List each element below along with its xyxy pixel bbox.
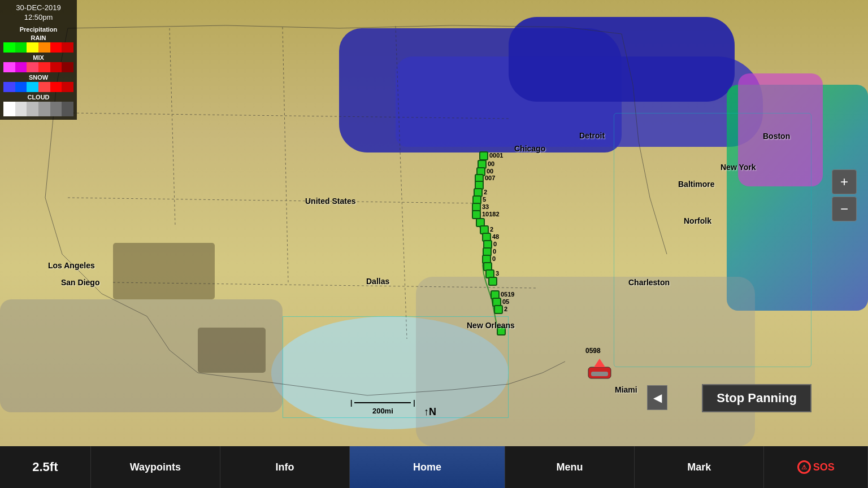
route-marker: [488, 277, 497, 286]
route-marker: [494, 305, 503, 314]
route-num: 0001: [489, 152, 503, 159]
rain-label: RAIN: [3, 34, 73, 41]
bottom-toolbar: 2.5ft Waypoints Info Home Menu Mark ⚠ SO…: [0, 446, 868, 488]
time: 12:50pm: [24, 13, 53, 21]
sos-circle: ⚠: [797, 460, 811, 474]
route-num: 10182: [482, 211, 500, 217]
route-num: 5: [483, 196, 486, 203]
terrain-region-1: [113, 243, 215, 299]
route-num: 0: [492, 255, 496, 262]
pan-left-button[interactable]: ◀: [647, 385, 667, 410]
city-baltimore: Baltimore: [678, 180, 715, 189]
route-num: 48: [492, 233, 499, 240]
zoom-out-button[interactable]: −: [832, 197, 857, 221]
terrain-region-2: [198, 328, 266, 373]
snow-label: SNOW: [3, 74, 73, 81]
route-num: 05: [502, 298, 509, 305]
sos-button[interactable]: ⚠ SOS: [764, 446, 868, 488]
route-num: 0: [493, 241, 497, 247]
city-chicago: Chicago: [514, 144, 545, 153]
zoom-controls[interactable]: + −: [832, 169, 857, 221]
stop-panning-button[interactable]: Stop Panning: [702, 384, 811, 412]
scale-distance: 200mi: [350, 407, 415, 415]
route-num: 3: [496, 270, 499, 277]
cloud-label: CLOUD: [3, 94, 73, 101]
city-new-york: New York: [721, 163, 756, 172]
route-num: 00: [488, 160, 494, 167]
route-marker: [479, 151, 488, 160]
route-num: 33: [482, 203, 489, 210]
city-united-states: United States: [305, 197, 355, 206]
cloud-colorbar: [3, 102, 73, 116]
zoom-level-text: 2.5ft: [32, 460, 58, 474]
route-num: 0: [493, 248, 496, 255]
city-los-angeles: Los Angeles: [48, 261, 95, 270]
mix-label: MIX: [3, 54, 73, 61]
city-dallas: Dallas: [366, 277, 389, 286]
city-detroit: Detroit: [579, 131, 605, 140]
sos-label: SOS: [813, 461, 835, 473]
route-num: 00: [487, 168, 493, 175]
waypoints-button[interactable]: Waypoints: [91, 446, 220, 488]
svg-marker-1: [594, 359, 605, 367]
legend-panel: 30-DEC-2019 12:50pm Precipitation RAIN M…: [0, 0, 77, 120]
route-num: 2: [490, 226, 493, 233]
svg-rect-2: [591, 372, 608, 376]
city-norfolk: Norfolk: [684, 216, 711, 225]
city-new-orleans: New Orleans: [467, 321, 515, 330]
ship-number: 0598: [585, 347, 601, 355]
city-san-diego: San Diego: [61, 278, 99, 287]
info-button[interactable]: Info: [220, 446, 350, 488]
route-num: 2: [484, 189, 487, 195]
map-container[interactable]: 0001 00 00 007 2 5 33 10182 2 48 0 0 0 3…: [0, 0, 868, 446]
city-boston: Boston: [763, 132, 790, 141]
zoom-level-display: 2.5ft: [0, 446, 91, 488]
route-num: 007: [485, 175, 495, 181]
city-charleston: Charleston: [628, 278, 670, 287]
ship-icon: [585, 356, 614, 384]
precip-label: Precipitation: [3, 26, 73, 33]
north-arrow: ↑N: [424, 406, 436, 418]
route-num: 0519: [501, 291, 514, 298]
ship-area: 0598: [585, 356, 614, 386]
atlantic-grid: [614, 113, 811, 367]
timestamp: 30-DEC-2019 12:50pm: [3, 3, 73, 23]
scale-bar: | | 200mi: [350, 399, 415, 415]
home-button[interactable]: Home: [350, 446, 505, 488]
mark-button[interactable]: Mark: [635, 446, 764, 488]
route-num: 2: [504, 306, 507, 312]
zoom-in-button[interactable]: +: [832, 169, 857, 194]
snow-colorbar: [3, 82, 73, 92]
city-miami: Miami: [615, 385, 637, 394]
mix-colorbar: [3, 62, 73, 72]
date: 30-DEC-2019: [16, 3, 61, 12]
rain-colorbar: [3, 42, 73, 53]
snow-region-north: [509, 17, 735, 102]
menu-button[interactable]: Menu: [505, 446, 635, 488]
